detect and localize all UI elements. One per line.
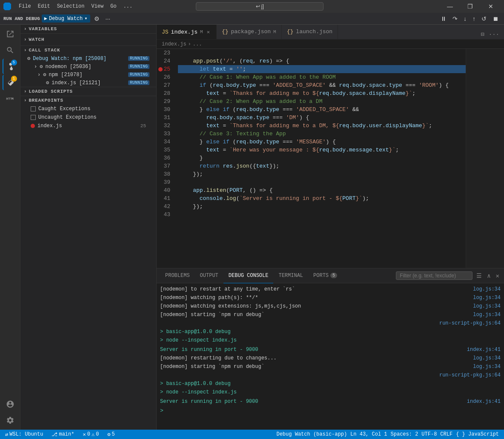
restart-button[interactable]: ↺ — [479, 14, 489, 23]
tab-packagejson[interactable]: {} package.json M — [217, 25, 282, 39]
debug-watch-label: Debug Watch — [49, 16, 83, 22]
call-stack-item-npm[interactable]: › ⚙ npm [21078] RUNNING — [20, 71, 156, 79]
console-line: > basic-app@1.0.0 debug — [157, 379, 504, 388]
activity-run-debug[interactable]: 1 — [3, 75, 18, 90]
activity-settings[interactable] — [3, 413, 18, 428]
breakpoint-file-label: index.js — [37, 123, 62, 129]
tab-indexjs[interactable]: JS index.js M ✕ — [157, 25, 217, 39]
breakpoint-uncaught-exceptions[interactable]: Uncaught Exceptions — [20, 113, 156, 122]
menu-edit[interactable]: Edit — [35, 3, 53, 10]
call-stack-item-nodemon[interactable]: › ⚙ nodemon [25036] RUNNING — [20, 63, 156, 71]
code-content[interactable]: app.post('/', (req, res) => { let text =… — [178, 49, 466, 268]
line-numbers: 23 24 25 26 27 28 29 30 31 32 33 34 35 — [157, 49, 178, 268]
activity-extensions[interactable] — [3, 91, 18, 106]
loaded-scripts-header[interactable]: › LOADED SCRIPTS — [20, 87, 156, 96]
search-input[interactable] — [196, 2, 324, 11]
status-cursor[interactable]: Ln 43, Col 1 — [349, 430, 389, 439]
menu-selection[interactable]: Selection — [54, 3, 87, 10]
more-tabs-button[interactable]: ··· — [487, 30, 501, 39]
variables-header[interactable]: › VARIABLES — [20, 25, 156, 33]
console-source[interactable]: log.js:34 — [473, 311, 501, 319]
panel-tab-debug-console[interactable]: DEBUG CONSOLE — [223, 268, 274, 283]
console-source[interactable]: log.js:34 — [473, 302, 501, 310]
console-source[interactable]: index.js:41 — [467, 398, 501, 405]
activity-source-control[interactable]: 5 — [3, 59, 18, 74]
status-debug-watch[interactable]: Debug Watch (basic-app) — [275, 430, 349, 439]
status-indent[interactable]: Spaces: 2 — [389, 430, 420, 439]
console-source[interactable]: log.js:34 — [473, 363, 501, 371]
status-git-branch[interactable]: ⎇ main* — [50, 430, 76, 439]
console-source[interactable]: index.js:41 — [467, 346, 501, 353]
caught-exceptions-checkbox[interactable] — [31, 106, 36, 111]
debug-dropdown[interactable]: ▶ Debug Watch ▾ — [42, 14, 90, 23]
console-source[interactable]: log.js:34 — [473, 354, 501, 362]
panel-list-view-button[interactable]: ☰ — [475, 271, 483, 281]
menu-go[interactable]: Go — [108, 3, 119, 10]
line-num-41: 41 — [157, 194, 175, 202]
panel-tab-terminal[interactable]: TERMINAL — [273, 268, 308, 283]
status-wsl[interactable]: ⇄ WSL: Ubuntu — [3, 430, 45, 439]
maximize-button[interactable]: ❐ — [461, 0, 480, 13]
uncaught-exceptions-checkbox[interactable] — [31, 115, 36, 120]
run-debug-badge: 1 — [11, 76, 17, 82]
filter-input[interactable] — [396, 271, 472, 280]
pause-button[interactable]: ⏸ — [438, 14, 449, 23]
line-num-27: 27 — [157, 81, 175, 89]
split-editor-button[interactable]: ⊟ — [479, 29, 485, 39]
console-line: [nodemon] to restart at any time, enter … — [157, 285, 504, 294]
activity-explorer[interactable] — [3, 26, 18, 42]
panel-collapse-button[interactable]: ∧ — [486, 271, 492, 281]
activity-accounts[interactable] — [3, 396, 18, 412]
titlebar-search — [196, 2, 324, 11]
breakpoints-header[interactable]: › BREAKPOINTS — [20, 96, 156, 105]
step-out-button[interactable]: ↑ — [470, 14, 478, 23]
step-over-button[interactable]: ↷ — [450, 14, 460, 23]
menu-more[interactable]: ... — [121, 3, 135, 10]
more-button[interactable]: ··· — [103, 14, 113, 23]
line-num-33: 33 — [157, 130, 175, 138]
status-eol[interactable]: CRLF — [438, 430, 454, 439]
console-input[interactable] — [166, 408, 501, 414]
breakpoint-indexjs[interactable]: index.js 25 — [20, 122, 156, 130]
minimize-button[interactable]: — — [440, 0, 460, 13]
panel-tab-ports[interactable]: PORTS 5 — [308, 268, 342, 283]
breadcrumb: index.js › ... — [157, 40, 504, 49]
tab-launchjson[interactable]: {} launch.json — [282, 25, 338, 39]
status-encoding[interactable]: UTF-8 — [420, 430, 438, 439]
console-source[interactable]: log.js:34 — [473, 294, 501, 302]
console-source[interactable]: run-script-pkg.js:64 — [439, 319, 501, 327]
caught-exceptions-label: Caught Exceptions — [38, 106, 90, 112]
line-num-26: 26 — [157, 73, 175, 81]
panel-tab-problems[interactable]: PROBLEMS — [160, 268, 195, 283]
menu-file[interactable]: File — [16, 3, 34, 10]
close-button[interactable]: ✕ — [481, 0, 501, 13]
console-source[interactable]: log.js:34 — [473, 285, 501, 293]
status-language[interactable]: { } JavaScript — [454, 430, 501, 439]
status-errors[interactable]: ✕ 0 ⚠ 0 — [81, 430, 100, 439]
status-debug[interactable]: ⚙ 5 — [106, 430, 116, 439]
panel-close-button[interactable]: ✕ — [495, 271, 501, 281]
call-stack-item-debug-watch[interactable]: ⚙ Debug Watch: npm [25008] RUNNING — [20, 54, 156, 63]
watch-header[interactable]: › WATCH — [20, 35, 156, 44]
settings-button[interactable]: ⚙ — [92, 14, 102, 23]
titlebar-menu: File Edit Selection View Go ... — [16, 3, 135, 10]
console-line: [nodemon] starting `npm run debug` log.j… — [157, 362, 504, 371]
breadcrumb-file[interactable]: index.js — [162, 41, 186, 47]
wsl-label: WSL: Ubuntu — [9, 431, 43, 437]
breakpoint-caught-exceptions[interactable]: Caught Exceptions — [20, 105, 156, 113]
line-num-32: 32 — [157, 122, 175, 130]
tab-json-icon: {} — [222, 29, 229, 35]
activity-search[interactable] — [3, 43, 18, 58]
menu-view[interactable]: View — [89, 3, 106, 10]
panel-tab-output[interactable]: OUTPUT — [195, 268, 223, 283]
call-stack-item-indexjs[interactable]: ⚙ index.js [21121] RUNNING — [20, 79, 156, 87]
tab-close-indexjs[interactable]: ✕ — [206, 29, 211, 36]
console-source[interactable]: run-script-pkg.js:64 — [439, 371, 501, 379]
step-into-button[interactable]: ↓ — [461, 14, 469, 23]
console-content[interactable]: [nodemon] to restart at any time, enter … — [157, 283, 504, 430]
stop-button[interactable]: ⏹ — [490, 14, 501, 23]
call-stack-header[interactable]: › CALL STACK — [20, 46, 156, 54]
breadcrumb-dots[interactable]: ... — [193, 41, 202, 47]
tab-actions: ⊟ ··· — [479, 29, 504, 39]
line-num-24: 24 — [157, 57, 175, 65]
